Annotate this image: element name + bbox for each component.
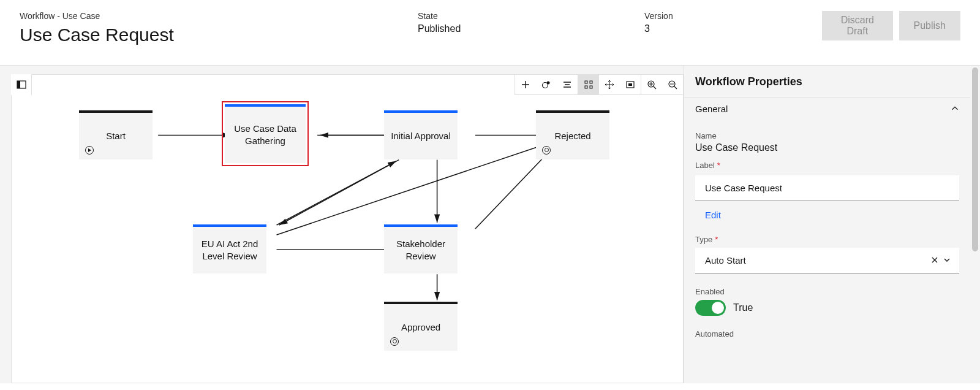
panel-left-icon — [17, 80, 26, 90]
node-approved[interactable]: Approved — [384, 302, 458, 351]
stop-icon — [390, 337, 399, 346]
play-icon — [85, 146, 94, 155]
state-value: Published — [418, 23, 589, 34]
node-eu-label: EU AI Act 2nd Level Review — [193, 238, 266, 262]
section-general-header[interactable]: General — [684, 97, 970, 120]
add-icon — [521, 80, 530, 90]
node-initial-approval[interactable]: Initial Approval — [384, 110, 458, 159]
svg-rect-15 — [585, 81, 587, 83]
version-value: 3 — [644, 23, 767, 34]
fit-button[interactable] — [620, 74, 641, 95]
svg-line-5 — [279, 159, 399, 224]
enabled-value: True — [733, 302, 753, 313]
node-approved-label: Approved — [398, 321, 444, 334]
svg-rect-20 — [628, 83, 632, 86]
breadcrumb: Workflow - Use Case — [20, 11, 363, 21]
edit-link[interactable]: Edit — [695, 201, 731, 223]
type-select-value: Auto Start — [705, 255, 746, 266]
scrollbar[interactable] — [970, 66, 980, 383]
chevron-down-icon[interactable] — [941, 254, 953, 266]
color-palette-icon — [541, 80, 551, 90]
sidebar-toggle-button[interactable] — [11, 74, 32, 95]
chevron-up-icon — [951, 104, 959, 113]
align-center-icon — [562, 80, 572, 90]
svg-line-6 — [277, 161, 396, 224]
fit-to-screen-icon — [625, 80, 635, 90]
node-rejected-label: Rejected — [551, 130, 594, 142]
node-gather-label: Use Case Data Gathering — [225, 123, 306, 147]
align-button[interactable] — [557, 74, 578, 95]
publish-button[interactable]: Publish — [899, 11, 960, 40]
zoom-out-button[interactable] — [662, 74, 683, 95]
name-label: Name — [695, 131, 959, 140]
zoom-out-icon — [668, 80, 677, 90]
panel-title: Workflow Properties — [684, 66, 970, 97]
enabled-toggle[interactable] — [695, 300, 726, 316]
section-general-title: General — [695, 104, 728, 114]
enabled-label: Enabled — [695, 287, 959, 296]
version-label: Version — [644, 11, 767, 21]
type-label: Type* — [695, 235, 959, 244]
node-eu-ai-act-review[interactable]: EU AI Act 2nd Level Review — [193, 224, 266, 273]
svg-point-14 — [547, 81, 550, 84]
node-use-case-data-gathering[interactable]: Use Case Data Gathering — [225, 104, 306, 163]
label-input[interactable] — [695, 175, 959, 201]
page-title: Use Case Request — [20, 23, 363, 47]
discard-draft-button[interactable]: Discard Draft — [822, 11, 893, 40]
svg-rect-17 — [585, 86, 587, 88]
name-value: Use Case Request — [695, 142, 959, 153]
svg-rect-18 — [590, 86, 592, 88]
node-start[interactable]: Start — [79, 110, 153, 159]
node-stakeholder-review[interactable]: Stakeholder Review — [384, 224, 458, 273]
node-stake-label: Stakeholder Review — [384, 238, 458, 262]
zoom-in-button[interactable] — [641, 74, 662, 95]
grid-button[interactable] — [578, 74, 599, 95]
workflow-canvas[interactable]: Start Use Case Data Gathering Initial Ap… — [11, 74, 684, 383]
grid-icon — [584, 80, 594, 90]
node-initial-label: Initial Approval — [387, 130, 454, 142]
clear-icon[interactable] — [929, 254, 941, 266]
node-start-label: Start — [102, 130, 129, 142]
node-rejected[interactable]: Rejected — [536, 110, 609, 159]
stop-icon — [542, 146, 551, 155]
move-icon — [605, 80, 614, 90]
automated-label: Automated — [695, 329, 959, 338]
canvas-toolbar — [514, 74, 684, 95]
label-label: Label* — [695, 161, 959, 170]
move-button[interactable] — [599, 74, 620, 95]
type-select[interactable]: Auto Start — [695, 248, 959, 273]
add-button[interactable] — [515, 74, 536, 95]
state-label: State — [418, 11, 589, 21]
svg-rect-12 — [17, 81, 20, 88]
svg-rect-16 — [590, 81, 592, 83]
color-button[interactable] — [536, 74, 557, 95]
zoom-in-icon — [647, 80, 657, 90]
properties-panel: Workflow Properties General Name Use Cas… — [684, 66, 970, 383]
